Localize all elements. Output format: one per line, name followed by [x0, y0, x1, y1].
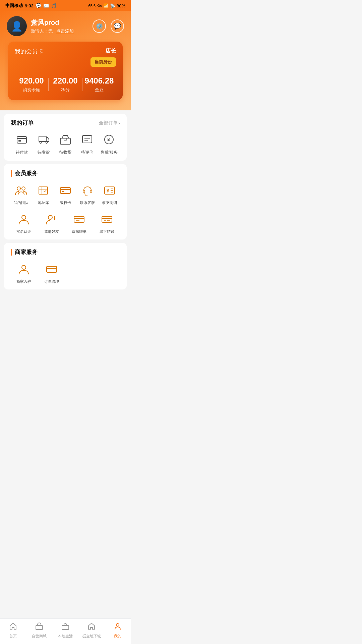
aftersale-label: 售后/服务 — [101, 150, 118, 155]
offline-checkout-label: 线下结账 — [100, 229, 114, 234]
transactions-icon: ¥ — [102, 183, 117, 198]
svg-rect-34 — [102, 216, 112, 222]
svg-text:¥: ¥ — [107, 188, 109, 194]
service-item-invite-friend[interactable]: 邀请好友 — [39, 212, 65, 234]
all-orders-text: 全部订单 — [99, 120, 118, 126]
service-item-real-name[interactable]: 实名认证 — [11, 212, 37, 234]
time-text: 9:32 — [25, 3, 34, 8]
svg-rect-20 — [83, 190, 85, 193]
pending-review-icon — [80, 132, 95, 147]
balance-value: 920.00 — [15, 76, 48, 86]
aftersale-icon: ¥ — [102, 132, 116, 147]
svg-rect-19 — [62, 191, 64, 192]
chat-icon: 💬 — [114, 22, 121, 30]
jd-bind-icon — [72, 212, 86, 227]
order-item-pending-ship[interactable]: 待发货 — [33, 132, 54, 155]
messages-button[interactable]: 💬 — [111, 19, 124, 33]
service-item-my-team[interactable]: 我的团队 — [11, 183, 32, 205]
network-speed: 65.6 K/s — [88, 4, 102, 8]
pending-receive-label: 待收货 — [59, 150, 71, 155]
orders-title: 我的订单 — [11, 119, 34, 127]
real-name-icon — [16, 212, 31, 227]
svg-point-12 — [17, 187, 20, 190]
svg-rect-31 — [74, 216, 84, 222]
member-services-title: 会员服务 — [15, 169, 38, 177]
svg-point-3 — [40, 142, 41, 144]
bank-card-label: 银行卡 — [60, 200, 71, 205]
pending-payment-label: 待付款 — [16, 150, 28, 155]
svg-rect-2 — [39, 136, 46, 142]
svg-rect-14 — [39, 187, 48, 194]
service-item-jd-bind[interactable]: 京东绑单 — [66, 212, 93, 234]
my-team-label: 我的团队 — [14, 200, 28, 205]
store-manager-label: 店长 — [105, 48, 116, 55]
service-item-bank-card[interactable]: 银行卡 — [55, 183, 76, 205]
gold-beans-value: 9406.28 — [82, 76, 116, 86]
svg-rect-5 — [60, 138, 70, 144]
invite-label: 邀请人：无 — [31, 29, 53, 34]
service-item-offline-checkout[interactable]: 线下结账 — [94, 212, 120, 234]
pending-ship-label: 待发货 — [38, 150, 50, 155]
service-item-merchant-join[interactable]: 商家入驻 — [11, 262, 37, 284]
svg-point-27 — [22, 215, 26, 219]
carrier-text: 中国移动 — [5, 3, 23, 9]
my-team-icon — [14, 183, 28, 198]
email-icon: ✉️ — [43, 3, 49, 8]
gear-icon: ⚙️ — [96, 22, 103, 30]
battery-text: 80% — [117, 3, 125, 8]
real-name-label: 实名认证 — [16, 229, 31, 234]
gold-beans-stat: 9406.28 金豆 — [82, 76, 116, 93]
svg-rect-1 — [18, 140, 21, 142]
svg-point-4 — [46, 142, 47, 144]
address-label: 地址库 — [38, 200, 49, 205]
balance-label: 消费余额 — [15, 87, 48, 93]
header-section: 👤 萧风prod 邀请人：无 点击添加 ⚙️ 💬 我的会员卡 — [0, 11, 131, 110]
all-orders-link[interactable]: 全部订单 › — [99, 120, 120, 126]
points-value: 220.00 — [49, 76, 82, 86]
title-accent-merchant — [11, 249, 12, 256]
svg-rect-7 — [82, 136, 92, 143]
svg-point-38 — [22, 265, 26, 269]
avatar[interactable]: 👤 — [7, 16, 27, 36]
settings-button[interactable]: ⚙️ — [93, 19, 106, 33]
merchant-services-title: 商家服务 — [15, 248, 38, 256]
order-management-icon — [44, 262, 59, 277]
jd-bind-label: 京东绑单 — [72, 229, 86, 234]
order-item-pending-review[interactable]: 待评价 — [76, 132, 98, 155]
address-icon — [36, 183, 51, 198]
points-stat: 220.00 积分 — [49, 76, 82, 93]
order-item-aftersale[interactable]: ¥ 售后/服务 — [98, 132, 120, 155]
service-item-transactions[interactable]: ¥ 收支明细 — [99, 183, 120, 205]
chevron-right-icon: › — [118, 120, 120, 126]
merchant-join-label: 商家入驻 — [16, 279, 31, 284]
offline-checkout-icon — [100, 212, 114, 227]
balance-stat: 920.00 消费余额 — [15, 76, 48, 93]
pending-review-label: 待评价 — [81, 150, 93, 155]
username: 萧风prod — [31, 18, 74, 27]
svg-text:¥: ¥ — [107, 137, 110, 142]
card-title: 我的会员卡 — [15, 48, 43, 55]
invite-friend-label: 邀请好友 — [44, 229, 59, 234]
invite-friend-icon — [44, 212, 59, 227]
member-services-section: 会员服务 我的团队 — [4, 164, 127, 239]
invite-action-link[interactable]: 点击添加 — [56, 29, 74, 34]
order-item-pending-payment[interactable]: 待付款 — [11, 132, 33, 155]
service-item-order-management[interactable]: 订单管理 — [39, 262, 65, 284]
svg-rect-39 — [47, 266, 57, 272]
customer-service-icon — [80, 183, 95, 198]
merchant-join-icon — [16, 262, 31, 277]
member-card: 我的会员卡 店长 当前身份 920.00 消费余额 220.00 积分 9406… — [8, 42, 123, 100]
current-identity-button[interactable]: 当前身份 — [90, 57, 116, 67]
service-item-address[interactable]: 地址库 — [33, 183, 54, 205]
service-item-customer-service[interactable]: 联系客服 — [77, 183, 98, 205]
pending-ship-icon — [36, 132, 51, 147]
signal-icon: 📡 — [110, 3, 115, 8]
order-management-label: 订单管理 — [44, 279, 59, 284]
merchant-services-section: 商家服务 商家入驻 — [4, 243, 127, 289]
order-item-pending-receive[interactable]: 待收货 — [54, 132, 76, 155]
title-accent-member — [11, 170, 12, 177]
svg-rect-17 — [60, 187, 70, 194]
music-icon: 🎵 — [51, 3, 57, 8]
svg-rect-0 — [17, 137, 26, 143]
svg-point-13 — [22, 187, 25, 190]
